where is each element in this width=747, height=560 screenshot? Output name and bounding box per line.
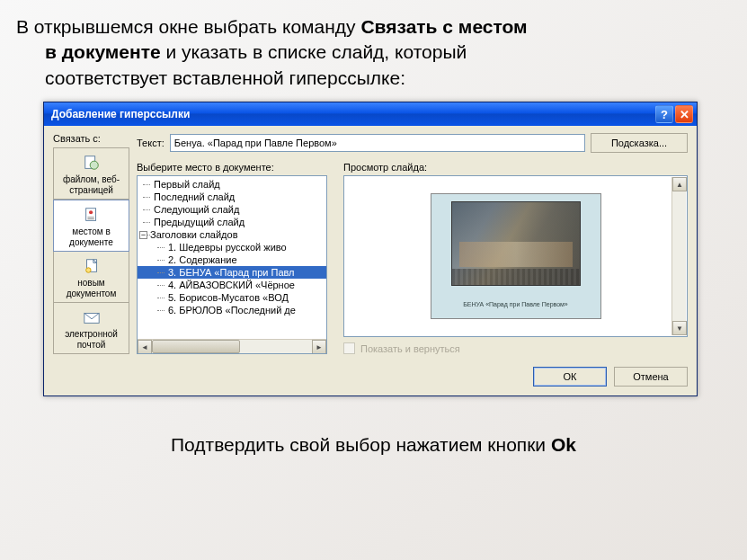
- place-tree[interactable]: Первый слайд Последний слайд Следующий с…: [137, 175, 327, 354]
- preview-scrollbar-vertical[interactable]: ▲ ▼: [671, 177, 686, 335]
- show-and-return-row: Показать и вернуться: [343, 342, 688, 354]
- link-file-web-button[interactable]: файлом, веб-страницей: [53, 147, 129, 200]
- slide-thumbnail: БЕНУА «Парад при Павле Первом»: [431, 193, 601, 319]
- minus-icon[interactable]: −: [139, 231, 147, 239]
- email-icon: [56, 308, 127, 326]
- link-file-web-label: файлом, веб-страницей: [56, 174, 127, 195]
- new-doc-icon: [56, 257, 127, 275]
- tree-slide-4[interactable]: 4. АЙВАЗОВСКИЙ «Чёрное: [138, 279, 326, 291]
- slide-preview: БЕНУА «Парад при Павле Первом» ▲ ▼: [343, 175, 688, 337]
- tree-scrollbar-horizontal[interactable]: ◄ ►: [138, 339, 326, 353]
- slide-image: [451, 201, 581, 286]
- scroll-down-icon[interactable]: ▼: [672, 321, 687, 335]
- instruction-top: В открывшемся окне выбрать команду Связа…: [0, 0, 747, 102]
- tree-last-slide[interactable]: Последний слайд: [138, 191, 326, 203]
- tree-slide-1[interactable]: 1. Шедевры русской живо: [138, 241, 326, 253]
- close-button[interactable]: ✕: [675, 105, 693, 123]
- dialog-title: Добавление гиперссылки: [51, 108, 654, 120]
- place-in-doc-icon: [56, 206, 127, 224]
- tree-slide-6[interactable]: 6. БРЮЛОВ «Последний де: [138, 304, 326, 316]
- link-email-label: электронной почтой: [56, 329, 127, 350]
- instruction-bottom: Подтвердить свой выбор нажатием кнопки O…: [0, 396, 747, 456]
- svg-point-3: [89, 210, 93, 214]
- instr-line3: соответствует вставленной гиперссылке:: [45, 67, 405, 88]
- instr-line2-suffix: и указать в списке слайд, который: [161, 41, 467, 62]
- tree-slide-5[interactable]: 5. Борисов-Мусатов «ВОД: [138, 291, 326, 304]
- scroll-thumb[interactable]: [152, 340, 240, 353]
- tree-headings-label: Заголовки слайдов: [150, 229, 238, 240]
- close-icon: ✕: [680, 108, 689, 121]
- hyperlink-dialog: Добавление гиперссылки ? ✕ Связать с: фа…: [43, 102, 698, 396]
- link-new-doc-button[interactable]: новым документом: [53, 252, 129, 303]
- titlebar[interactable]: Добавление гиперссылки ? ✕: [44, 102, 697, 126]
- link-email-button[interactable]: электронной почтой: [53, 303, 129, 354]
- link-place-in-doc-label: местом в документе: [56, 227, 127, 247]
- scroll-right-icon[interactable]: ►: [312, 340, 326, 354]
- tree-slide-3[interactable]: 3. БЕНУА «Парад при Павл: [138, 266, 326, 279]
- cancel-button[interactable]: Отмена: [614, 367, 688, 387]
- text-label: Текст:: [137, 138, 165, 148]
- show-return-label: Показать и вернуться: [360, 343, 460, 354]
- ok-button[interactable]: ОК: [533, 367, 607, 387]
- svg-point-5: [85, 268, 90, 272]
- display-text-input[interactable]: [170, 134, 585, 152]
- instr-line1-prefix: В открывшемся окне выбрать команду: [16, 16, 360, 37]
- preview-label: Просмотр слайда:: [343, 162, 688, 173]
- scroll-track[interactable]: [152, 340, 312, 353]
- instr-line2-bold: в документе: [45, 41, 161, 62]
- tree-next-slide[interactable]: Следующий слайд: [138, 203, 326, 216]
- scroll-left-icon[interactable]: ◄: [138, 340, 152, 354]
- select-place-label: Выберите место в документе:: [137, 162, 327, 173]
- link-with-label: Связать с:: [53, 133, 129, 144]
- help-button[interactable]: ?: [655, 105, 673, 123]
- tree-prev-slide[interactable]: Предыдущий слайд: [138, 216, 326, 228]
- help-icon: ?: [661, 108, 668, 121]
- file-web-icon: [56, 154, 127, 172]
- tree-slide-2[interactable]: 2. Содержание: [138, 253, 326, 266]
- link-place-in-doc-button[interactable]: местом в документе: [53, 200, 129, 252]
- tree-headings[interactable]: − Заголовки слайдов: [138, 228, 326, 241]
- link-new-doc-label: новым документом: [56, 278, 127, 298]
- svg-point-1: [90, 161, 98, 169]
- dialog-footer: ОК Отмена: [44, 363, 697, 396]
- show-return-checkbox: [343, 342, 355, 354]
- instr-bottom-prefix: Подтвердить свой выбор нажатием кнопки: [171, 434, 551, 455]
- tree-first-slide[interactable]: Первый слайд: [138, 178, 326, 191]
- tooltip-button[interactable]: Подсказка...: [591, 133, 688, 153]
- scroll-up-icon[interactable]: ▲: [672, 177, 687, 191]
- slide-caption: БЕНУА «Парад при Павле Первом»: [431, 301, 600, 307]
- instr-bottom-bold: Ok: [551, 434, 576, 455]
- instr-line1-bold: Связать с местом: [360, 16, 527, 37]
- scroll-track-v[interactable]: [672, 191, 686, 321]
- link-with-column: Связать с: файлом, веб-страницей местом …: [53, 133, 129, 354]
